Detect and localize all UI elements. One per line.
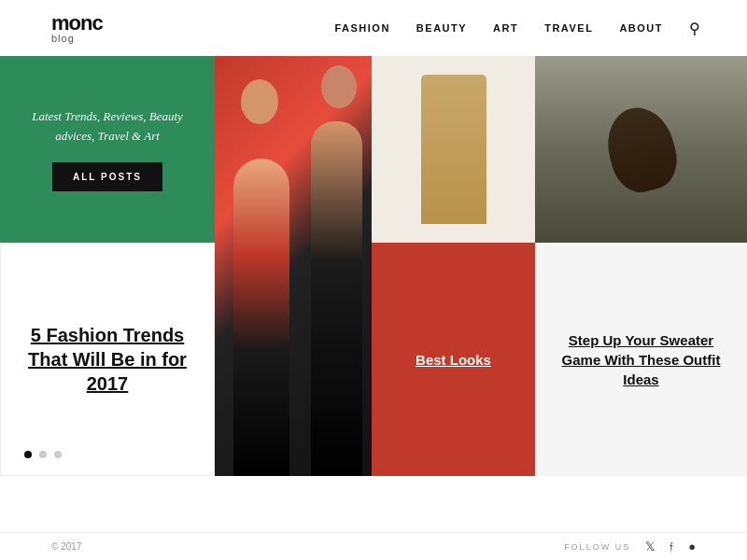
- nav: FASHION BEAUTY ART TRAVEL ABOUT ⚲: [334, 20, 700, 37]
- logo[interactable]: monc blog: [51, 13, 103, 44]
- right-photo-bg: [535, 56, 747, 243]
- figure-head-right: [321, 65, 357, 108]
- follow-us-label: FOLLOW US: [564, 542, 630, 552]
- social-links: FOLLOW US 𝕏 𝔣 ●: [564, 539, 696, 554]
- right-photo-cell: [535, 56, 747, 243]
- dot-1[interactable]: [24, 451, 32, 458]
- model-figure: [412, 56, 496, 243]
- model-photo-bottom: Best Looks: [372, 243, 535, 476]
- nav-item-about[interactable]: ABOUT: [619, 22, 663, 34]
- right-article-title[interactable]: Step Up Your Sweater Game With These Out…: [554, 330, 728, 389]
- fashion-photo-bg: [215, 56, 372, 476]
- copyright: © 2017: [51, 541, 81, 552]
- facebook-icon[interactable]: 𝔣: [669, 539, 673, 554]
- all-posts-button[interactable]: ALL POSTS: [52, 162, 162, 191]
- figure-right: [311, 121, 362, 476]
- figure-head-left: [241, 79, 278, 124]
- carousel-dots: [24, 451, 62, 458]
- nav-item-fashion[interactable]: FASHION: [334, 22, 389, 34]
- article-cell: 5 Fashion Trends That Will Be in for 201…: [0, 243, 215, 476]
- article-title[interactable]: 5 Fashion Trends That Will Be in for 201…: [24, 323, 190, 396]
- model-photo-top: [372, 56, 535, 243]
- nav-item-travel[interactable]: TRAVEL: [544, 22, 593, 34]
- right-article-cell: Step Up Your Sweater Game With These Out…: [535, 243, 747, 476]
- logo-name: monc: [51, 13, 103, 34]
- model-coat: [421, 75, 486, 224]
- best-looks-link[interactable]: Best Looks: [416, 352, 491, 368]
- footer: © 2017 FOLLOW US 𝕏 𝔣 ●: [0, 532, 747, 560]
- model-cell: Best Looks: [372, 56, 535, 476]
- promo-cell: Latest Trends, Reviews, Beauty advices, …: [0, 56, 215, 243]
- dot-2[interactable]: [39, 451, 47, 458]
- instagram-icon[interactable]: ●: [688, 539, 696, 554]
- dot-3[interactable]: [54, 451, 62, 458]
- logo-sub: blog: [51, 34, 103, 44]
- twitter-icon[interactable]: 𝕏: [645, 539, 655, 554]
- figure-left: [233, 159, 289, 476]
- nav-item-beauty[interactable]: BEAUTY: [416, 22, 467, 34]
- main-grid: Latest Trends, Reviews, Beauty advices, …: [0, 56, 747, 532]
- search-icon[interactable]: ⚲: [689, 20, 700, 37]
- nav-item-art[interactable]: ART: [493, 22, 518, 34]
- mask-decoration: [599, 100, 684, 198]
- header: monc blog FASHION BEAUTY ART TRAVEL ABOU…: [0, 0, 747, 56]
- fashion-photo-cell: [215, 56, 372, 476]
- promo-tagline: Latest Trends, Reviews, Beauty advices, …: [28, 107, 187, 147]
